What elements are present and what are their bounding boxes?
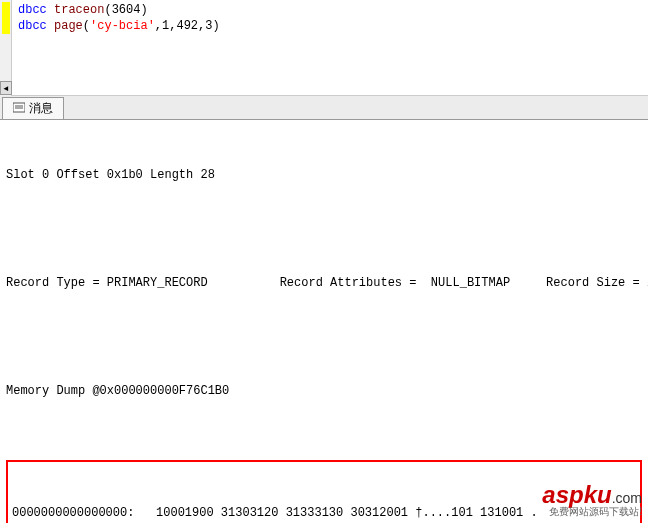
tab-messages[interactable]: 消息	[2, 97, 64, 119]
watermark-logo: aspku.com 免费网站源码下载站!	[542, 483, 642, 517]
watermark-subtitle: 免费网站源码下载站!	[542, 507, 642, 517]
code-line-2: dbcc page('cy-bcia',1,492,3)	[18, 18, 648, 34]
messages-icon	[13, 102, 25, 114]
args: (3604)	[104, 3, 147, 17]
gutter-highlight	[2, 2, 10, 34]
memory-dump-header: Memory Dump @0x000000000F76C1B0	[6, 382, 642, 400]
record-header: Record Type = PRIMARY_RECORD Record Attr…	[6, 274, 642, 292]
code-line-1: dbcc traceon(3604)	[18, 2, 648, 18]
slot-header: Slot 0 Offset 0x1b0 Length 28	[6, 166, 642, 184]
paren-open: (	[83, 19, 90, 33]
function-name: page	[54, 19, 83, 33]
function-name: traceon	[54, 3, 104, 17]
results-tab-bar: 消息	[0, 96, 648, 120]
watermark-domain: .com	[612, 490, 642, 506]
scroll-arrow-icon[interactable]: ◄	[0, 81, 12, 95]
messages-output[interactable]: Slot 0 Offset 0x1b0 Length 28 Record Typ…	[0, 120, 648, 523]
tab-label: 消息	[29, 100, 53, 117]
keyword: dbcc	[18, 19, 47, 33]
watermark-text: aspku	[542, 481, 611, 508]
sql-editor[interactable]: dbcc traceon(3604) dbcc page('cy-bcia',1…	[0, 0, 648, 96]
keyword: dbcc	[18, 3, 47, 17]
args-rest: ,1,492,3)	[155, 19, 220, 33]
string-literal: 'cy-bcia'	[90, 19, 155, 33]
